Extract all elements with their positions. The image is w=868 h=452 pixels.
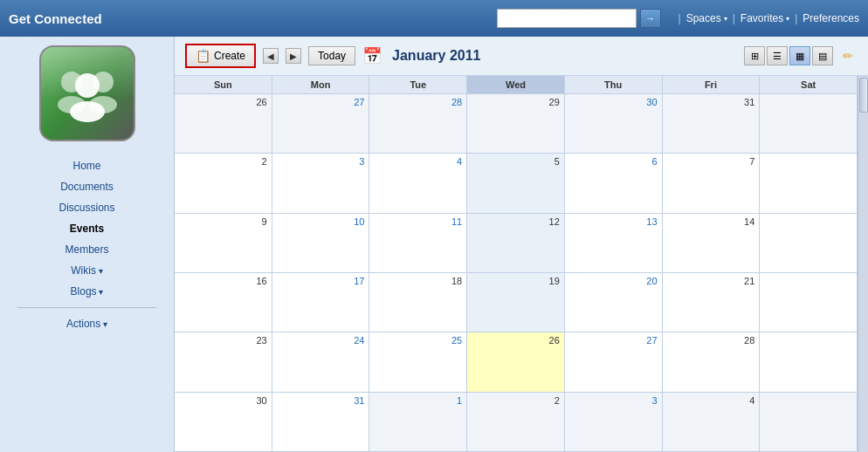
- day-number[interactable]: 4: [374, 156, 462, 167]
- day-number[interactable]: 30: [569, 97, 658, 107]
- svg-point-2: [93, 72, 114, 92]
- day-number[interactable]: 3: [569, 395, 658, 406]
- day-number[interactable]: 6: [569, 156, 658, 167]
- table-row: 28: [663, 332, 761, 391]
- main-layout: Home Documents Discussions Events Member…: [0, 37, 868, 452]
- day-number[interactable]: 27: [277, 97, 365, 107]
- day-number[interactable]: 11: [374, 216, 462, 227]
- calendar-week-4: 16 17 18 19 20 21: [175, 273, 858, 332]
- scrollbar[interactable]: [858, 76, 868, 452]
- sidebar-item-members[interactable]: Members: [0, 239, 174, 260]
- sidebar-item-documents[interactable]: Documents: [0, 176, 174, 197]
- table-row: 29: [467, 94, 565, 153]
- day-number: 31: [667, 97, 755, 107]
- table-row: [760, 154, 858, 212]
- table-row: 28: [369, 94, 467, 153]
- day-number: 7: [667, 156, 755, 167]
- day-number[interactable]: 31: [277, 395, 365, 406]
- day-header-fri: Fri: [663, 76, 761, 93]
- sidebar-nav: Home Documents Discussions Events Member…: [0, 155, 174, 334]
- day-number: 26: [179, 97, 267, 107]
- table-row: 16: [175, 273, 272, 332]
- view-btn-4[interactable]: ▤: [812, 46, 833, 65]
- day-number[interactable]: 24: [277, 335, 365, 346]
- day-number: 19: [472, 276, 560, 286]
- content-wrapper: Sun Mon Tue Wed Thu Fri Sat 26 27 28 29: [175, 76, 868, 452]
- day-number[interactable]: 28: [374, 97, 462, 107]
- day-number: 28: [667, 335, 755, 346]
- calendar-grid: Sun Mon Tue Wed Thu Fri Sat 26 27 28 29: [175, 76, 858, 452]
- table-row: 31: [663, 94, 761, 153]
- table-row: 26: [467, 332, 565, 391]
- preferences-link[interactable]: Preferences: [803, 12, 859, 24]
- table-row: 2: [175, 154, 272, 212]
- sidebar-item-discussions[interactable]: Discussions: [0, 197, 174, 218]
- table-row: 21: [663, 273, 761, 332]
- month-title: January 2011: [392, 48, 480, 64]
- topbar: Get Connected → | Spaces ▾ | Favorites ▾…: [0, 0, 868, 37]
- table-row: 2: [467, 393, 565, 451]
- calendar-body: 26 27 28 29 30 31 2 3 4 5 6: [175, 94, 858, 452]
- day-number[interactable]: 17: [277, 276, 365, 286]
- sidebar: Home Documents Discussions Events Member…: [0, 37, 175, 452]
- day-number: 2: [472, 395, 560, 406]
- table-row: 25: [369, 332, 467, 391]
- day-number[interactable]: 20: [569, 276, 658, 286]
- sidebar-item-events[interactable]: Events: [0, 218, 174, 239]
- table-row: [760, 94, 858, 153]
- table-row: 27: [272, 94, 370, 153]
- day-number[interactable]: 3: [277, 156, 365, 167]
- view-buttons: ⊞ ☰ ▦ ▤ ✏: [744, 46, 858, 65]
- day-number[interactable]: 13: [569, 216, 658, 227]
- day-number: 23: [179, 335, 267, 346]
- table-row: 4: [369, 154, 467, 212]
- sidebar-item-home[interactable]: Home: [0, 155, 174, 176]
- sidebar-item-wikis[interactable]: Wikis: [0, 260, 174, 281]
- day-number[interactable]: 27: [569, 335, 658, 346]
- table-row: [760, 393, 858, 451]
- favorites-link[interactable]: Favorites ▾: [741, 12, 789, 24]
- app-title: Get Connected: [9, 11, 497, 26]
- table-row: [760, 273, 858, 332]
- calendar-week-1: 26 27 28 29 30 31: [175, 94, 858, 154]
- day-header-sat: Sat: [760, 76, 858, 93]
- sidebar-item-actions[interactable]: Actions: [0, 313, 174, 334]
- calendar-icon[interactable]: 📅: [362, 46, 382, 65]
- view-btn-2[interactable]: ☰: [767, 46, 788, 65]
- nav-separator-1: |: [679, 12, 681, 24]
- table-row: 10: [272, 214, 370, 272]
- svg-point-4: [75, 73, 100, 98]
- table-row: 30: [565, 94, 663, 153]
- calendar-week-2: 2 3 4 5 6 7: [175, 154, 858, 213]
- day-number[interactable]: 10: [277, 216, 365, 227]
- day-header-sun: Sun: [175, 76, 272, 93]
- search-button[interactable]: →: [640, 9, 661, 28]
- search-input[interactable]: [497, 9, 637, 28]
- day-header-wed: Wed: [467, 76, 565, 93]
- table-row: 20: [565, 273, 663, 332]
- table-row: 7: [663, 154, 761, 212]
- day-number[interactable]: 1: [374, 395, 462, 406]
- prev-month-button[interactable]: ◀: [263, 48, 279, 64]
- view-btn-3[interactable]: ▦: [789, 46, 810, 65]
- table-row: 4: [663, 393, 761, 451]
- sidebar-item-blogs[interactable]: Blogs: [0, 281, 174, 302]
- next-month-button[interactable]: ▶: [286, 48, 301, 64]
- calendar-header: Sun Mon Tue Wed Thu Fri Sat: [175, 76, 858, 94]
- create-button[interactable]: 📋 Create: [185, 44, 256, 68]
- today-button[interactable]: Today: [308, 46, 355, 65]
- edit-button[interactable]: ✏: [838, 46, 858, 65]
- nav-separator-2: |: [733, 12, 735, 24]
- day-number: 4: [667, 395, 755, 406]
- scroll-thumb[interactable]: [859, 78, 868, 113]
- content-area: 📋 Create ◀ ▶ Today 📅 January 2011 ⊞ ☰ ▦ …: [175, 37, 868, 452]
- table-row: 26: [175, 94, 272, 153]
- svg-point-0: [61, 72, 82, 92]
- day-number: 12: [472, 216, 560, 227]
- day-number[interactable]: 25: [374, 335, 462, 346]
- group-icon: [52, 58, 122, 128]
- day-number: 2: [179, 156, 267, 167]
- table-row: 18: [369, 273, 467, 332]
- spaces-link[interactable]: Spaces ▾: [686, 12, 727, 24]
- view-btn-1[interactable]: ⊞: [744, 46, 765, 65]
